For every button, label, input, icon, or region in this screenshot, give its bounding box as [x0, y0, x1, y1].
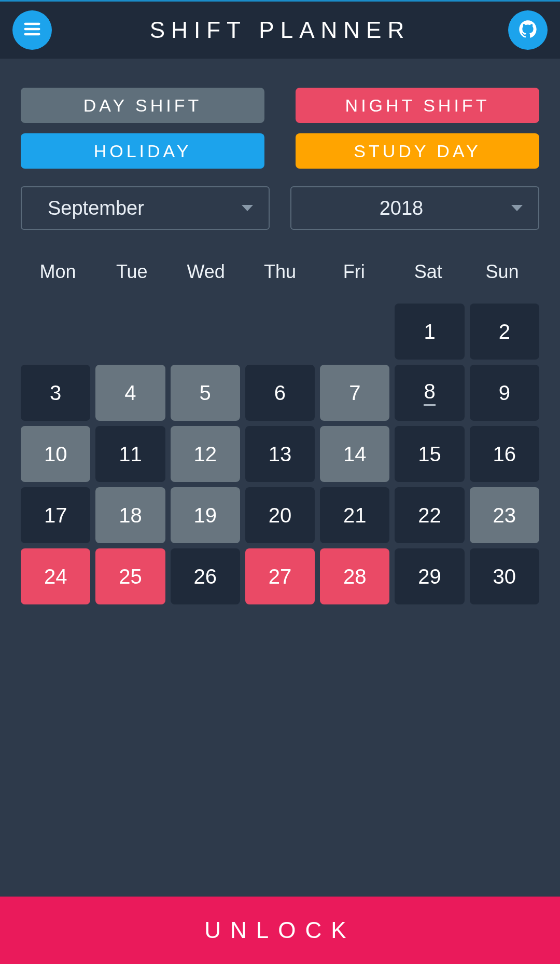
year-select-value: 2018	[307, 197, 511, 219]
shift-button-label: DAY SHIFT	[83, 95, 202, 116]
year-select[interactable]: 2018	[290, 186, 539, 230]
day-shift-button[interactable]: DAY SHIFT	[21, 88, 264, 123]
github-icon	[517, 19, 538, 42]
chevron-down-icon	[511, 205, 523, 211]
unlock-button[interactable]: UNLOCK	[0, 897, 560, 964]
calendar-day-number: 8	[424, 380, 435, 406]
calendar-day-number: 11	[119, 443, 142, 466]
night-shift-button[interactable]: NIGHT SHIFT	[296, 88, 539, 123]
chevron-down-icon	[242, 205, 253, 211]
calendar-day[interactable]: 14	[320, 426, 389, 482]
calendar-day-number: 4	[124, 381, 136, 405]
calendar-day-number: 22	[418, 504, 441, 527]
calendar-day-number: 7	[349, 381, 360, 405]
menu-icon	[22, 19, 43, 42]
calendar-empty	[171, 304, 240, 360]
calendar-day[interactable]: 15	[395, 426, 464, 482]
calendar-day-number: 19	[193, 504, 217, 527]
calendar-day[interactable]: 6	[245, 365, 315, 421]
shift-button-label: NIGHT SHIFT	[345, 95, 490, 116]
calendar-day[interactable]: 12	[171, 426, 240, 482]
calendar-day[interactable]: 23	[470, 487, 539, 543]
calendar-day[interactable]: 9	[470, 365, 539, 421]
calendar-day-number: 26	[193, 565, 217, 588]
calendar-day-number: 13	[269, 443, 292, 466]
unlock-label: UNLOCK	[204, 917, 355, 943]
calendar-day[interactable]: 2	[470, 304, 539, 360]
main-content: DAY SHIFTNIGHT SHIFTHOLIDAYSTUDY DAY Sep…	[0, 59, 560, 897]
calendar-empty	[95, 304, 165, 360]
calendar-day[interactable]: 11	[95, 426, 165, 482]
calendar-day[interactable]: 4	[95, 365, 165, 421]
calendar-day-number: 6	[274, 381, 286, 405]
calendar-day-number: 17	[44, 504, 67, 527]
calendar-day[interactable]: 25	[95, 548, 165, 604]
weekday-label: Fri	[317, 261, 391, 283]
calendar-day[interactable]: 21	[320, 487, 389, 543]
calendar-day-number: 27	[269, 565, 292, 588]
date-select-row: September 2018	[21, 186, 539, 230]
weekday-label: Sun	[465, 261, 539, 283]
calendar-day-number: 24	[44, 565, 67, 588]
shift-button-label: STUDY DAY	[354, 141, 481, 161]
calendar-day[interactable]: 29	[395, 548, 464, 604]
calendar-day[interactable]: 17	[21, 487, 90, 543]
weekday-header: MonTueWedThuFriSatSun	[21, 261, 539, 283]
calendar-day[interactable]: 26	[171, 548, 240, 604]
calendar-day-number: 16	[493, 443, 516, 466]
calendar-day[interactable]: 13	[245, 426, 315, 482]
calendar-day[interactable]: 5	[171, 365, 240, 421]
weekday-label: Wed	[169, 261, 243, 283]
calendar-day[interactable]: 18	[95, 487, 165, 543]
calendar-day[interactable]: 28	[320, 548, 389, 604]
calendar-empty	[21, 304, 90, 360]
calendar-day[interactable]: 8	[395, 365, 464, 421]
calendar-day-number: 2	[499, 320, 510, 343]
calendar-day-number: 29	[418, 565, 441, 588]
calendar-day[interactable]: 19	[171, 487, 240, 543]
calendar-day-number: 1	[424, 320, 435, 343]
github-button[interactable]	[508, 10, 548, 50]
calendar-day[interactable]: 22	[395, 487, 464, 543]
calendar-day-number: 18	[119, 504, 142, 527]
calendar-empty	[245, 304, 315, 360]
calendar-day[interactable]: 7	[320, 365, 389, 421]
menu-button[interactable]	[12, 10, 52, 50]
calendar-day-number: 5	[200, 381, 211, 405]
calendar-day[interactable]: 30	[470, 548, 539, 604]
calendar-day[interactable]: 1	[395, 304, 464, 360]
page-title: SHIFT PLANNER	[52, 17, 508, 43]
holiday-button[interactable]: HOLIDAY	[21, 133, 264, 169]
calendar-day-number: 14	[343, 443, 367, 466]
calendar-day-number: 12	[193, 443, 217, 466]
calendar-day-number: 15	[418, 443, 441, 466]
calendar-day-number: 30	[493, 565, 516, 588]
app-header: SHIFT PLANNER	[0, 2, 560, 59]
calendar-grid: 1234567891011121314151617181920212223242…	[21, 304, 539, 604]
weekday-label: Mon	[21, 261, 95, 283]
month-select-value: September	[37, 197, 242, 219]
calendar-day[interactable]: 20	[245, 487, 315, 543]
shift-button-label: HOLIDAY	[94, 141, 192, 161]
calendar-day[interactable]: 27	[245, 548, 315, 604]
calendar-day-number: 23	[493, 504, 516, 527]
study-day-button[interactable]: STUDY DAY	[296, 133, 539, 169]
calendar-day-number: 20	[269, 504, 292, 527]
month-select[interactable]: September	[21, 186, 270, 230]
weekday-label: Sat	[391, 261, 465, 283]
calendar-day-number: 9	[499, 381, 510, 405]
calendar-day-number: 10	[44, 443, 67, 466]
shift-button-grid: DAY SHIFTNIGHT SHIFTHOLIDAYSTUDY DAY	[21, 88, 539, 169]
calendar-day[interactable]: 3	[21, 365, 90, 421]
weekday-label: Tue	[95, 261, 169, 283]
calendar-day-number: 25	[119, 565, 142, 588]
calendar-day-number: 28	[343, 565, 367, 588]
weekday-label: Thu	[243, 261, 317, 283]
calendar-day[interactable]: 16	[470, 426, 539, 482]
calendar-day[interactable]: 24	[21, 548, 90, 604]
calendar-day-number: 3	[50, 381, 61, 405]
calendar-day[interactable]: 10	[21, 426, 90, 482]
calendar-empty	[320, 304, 389, 360]
calendar-day-number: 21	[343, 504, 367, 527]
